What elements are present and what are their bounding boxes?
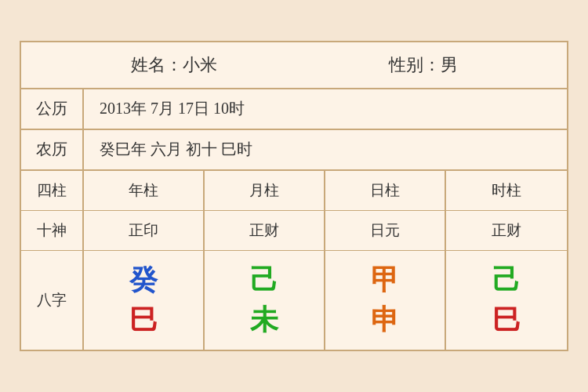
gregorian-label: 公历 <box>21 89 84 129</box>
shishen-shi: 正财 <box>446 211 567 250</box>
bazi-label: 八字 <box>21 251 84 350</box>
main-container: 姓名：小米 性别：男 公历 2013年 7月 17日 10时 农历 癸巳年 六月… <box>20 41 568 351</box>
bazi-col0-top: 癸 <box>129 263 158 297</box>
bazi-col2-bottom: 申 <box>371 303 399 337</box>
gregorian-row: 公历 2013年 7月 17日 10时 <box>21 89 567 130</box>
sizhu-nian: 年柱 <box>84 171 205 210</box>
shishen-row: 十神 正印 正财 日元 正财 <box>21 211 567 251</box>
bazi-col0-bottom: 巳 <box>129 303 158 337</box>
shishen-yue: 正财 <box>205 211 325 250</box>
bazi-col2-top: 甲 <box>371 263 399 297</box>
sizhu-yue: 月柱 <box>205 171 325 210</box>
shishen-ri: 日元 <box>325 211 446 250</box>
sizhu-row: 四柱 年柱 月柱 日柱 时柱 <box>21 171 567 211</box>
bazi-row: 八字 癸 巳 己 未 甲 申 己 巳 <box>21 251 567 350</box>
name-label: 姓名：小米 <box>131 53 217 77</box>
lunar-value: 癸巳年 六月 初十 巳时 <box>84 131 567 168</box>
bazi-col-0: 癸 巳 <box>84 251 205 350</box>
gender-label: 性别：男 <box>389 53 458 77</box>
shishen-label: 十神 <box>21 211 84 250</box>
bazi-col3-bottom: 巳 <box>492 303 521 337</box>
sizhu-ri: 日柱 <box>325 171 446 210</box>
shishen-nian: 正印 <box>84 211 205 250</box>
bazi-col-2: 甲 申 <box>325 251 446 350</box>
bazi-col-1: 己 未 <box>205 251 325 350</box>
lunar-label: 农历 <box>21 130 84 169</box>
bazi-col1-top: 己 <box>250 263 278 297</box>
sizhu-shi: 时柱 <box>446 171 567 210</box>
header-row: 姓名：小米 性别：男 <box>21 42 567 89</box>
sizhu-label: 四柱 <box>21 171 84 210</box>
bazi-col1-bottom: 未 <box>250 303 278 337</box>
bazi-col-3: 己 巳 <box>446 251 567 350</box>
bazi-col3-top: 己 <box>492 263 521 297</box>
gregorian-value: 2013年 7月 17日 10时 <box>84 90 567 127</box>
lunar-row: 农历 癸巳年 六月 初十 巳时 <box>21 130 567 171</box>
